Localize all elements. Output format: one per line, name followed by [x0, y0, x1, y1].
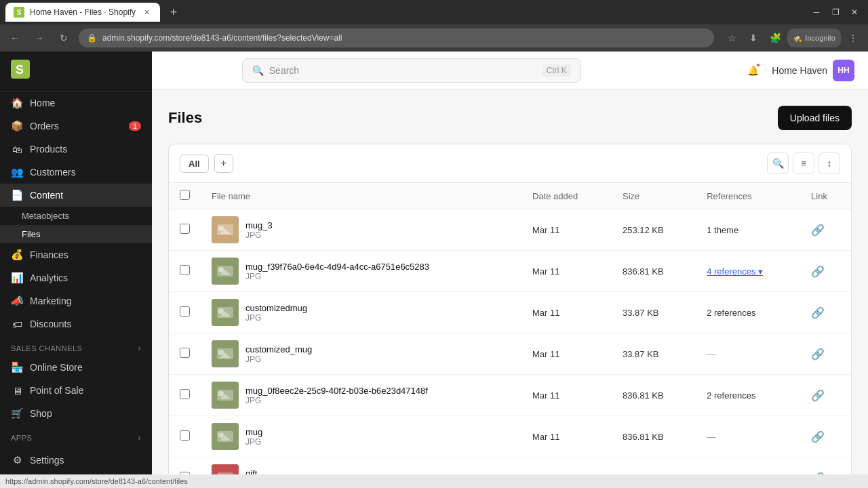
file-thumbnail [212, 464, 239, 474]
new-tab-button[interactable]: + [165, 4, 182, 20]
shop-icon: 🛒 [11, 407, 23, 420]
reload-button[interactable]: ↻ [54, 28, 73, 47]
main-content: 🔍 Search Ctrl K 🔔 Home Haven HH Files Up… [152, 52, 868, 474]
bookmark-icon[interactable]: ☆ [722, 28, 741, 47]
tab-close-button[interactable]: ✕ [141, 7, 152, 18]
row-checkbox[interactable] [180, 224, 190, 234]
file-name-cell: customized_mug JPG [201, 333, 521, 375]
sidebar-item-analytics[interactable]: 📊 Analytics [0, 266, 152, 289]
search-bar[interactable]: 🔍 Search Ctrl K [242, 58, 581, 83]
sidebar-item-discounts[interactable]: 🏷 Discounts [0, 312, 152, 336]
user-avatar: HH [833, 60, 854, 81]
sidebar-item-files[interactable]: Files [0, 225, 152, 243]
search-filter-button[interactable]: 🔍 [767, 152, 789, 174]
link-cell: 🔗 [800, 416, 851, 458]
window-controls: ─ ❐ ✕ [808, 4, 863, 20]
row-checkbox[interactable] [180, 265, 190, 275]
row-checkbox-cell [169, 251, 201, 292]
back-button[interactable]: ← [5, 28, 24, 47]
table-row: mug_0f8eec2e-25c9-40f2-b03e-b6e23d47148f… [169, 375, 851, 416]
browser-titlebar: S Home Haven - Files · Shopify ✕ + ─ ❐ ✕ [0, 0, 868, 24]
sidebar-item-settings[interactable]: ⚙ Settings [0, 446, 152, 474]
file-name: customizedmug [245, 303, 307, 313]
date-cell: Mar 11 [521, 292, 612, 333]
sidebar-item-orders[interactable]: 📦 Orders 1 [0, 115, 152, 138]
browser-tab[interactable]: S Home Haven - Files · Shopify ✕ [5, 3, 160, 22]
orders-badge: 1 [129, 121, 141, 131]
sort-button[interactable]: ↕ [818, 152, 840, 174]
user-info[interactable]: Home Haven HH [772, 60, 854, 81]
sidebar-item-finances[interactable]: 💰 Finances [0, 243, 152, 266]
maximize-button[interactable]: ❐ [827, 4, 844, 20]
row-checkbox[interactable] [180, 430, 190, 441]
date-cell: Mar 11 [521, 251, 612, 292]
file-name: gift [245, 468, 261, 475]
references-cell: 2 references [696, 375, 800, 416]
references-value: 2 references [707, 390, 755, 401]
file-details: mug_3 JPG [245, 220, 273, 240]
sidebar-item-customers[interactable]: 👥 Customers [0, 161, 152, 184]
sidebar-item-shop[interactable]: 🛒 Shop [0, 402, 152, 425]
file-thumbnail [212, 216, 239, 243]
date-header: Date added [521, 183, 612, 209]
file-thumbnail [212, 423, 239, 450]
sidebar-item-products[interactable]: 🛍 Products [0, 138, 152, 161]
search-placeholder: Search [269, 65, 299, 76]
copy-link-button[interactable]: 🔗 [811, 307, 825, 319]
apps-section: Apps › [0, 425, 152, 445]
file-details: mug_f39f76a0-6e4c-4d94-a4cc-a6751e6c5283… [245, 262, 429, 281]
add-filter-button[interactable]: + [214, 154, 233, 173]
sidebar-item-content[interactable]: 📄 Content [0, 184, 152, 207]
sidebar-item-online-store[interactable]: 🏪 Online Store [0, 356, 152, 379]
file-info: customized_mug JPG [212, 340, 511, 367]
download-icon[interactable]: ⬇ [744, 28, 763, 47]
sidebar-item-marketing[interactable]: 📣 Marketing [0, 289, 152, 312]
file-details: gift JPG [245, 468, 261, 475]
notification-dot [755, 62, 761, 68]
notification-button[interactable]: 🔔 [742, 60, 764, 81]
row-checkbox[interactable] [180, 306, 190, 317]
select-all-checkbox[interactable] [180, 190, 190, 200]
link-cell: 🔗 [800, 458, 851, 475]
svg-point-4 [218, 226, 224, 231]
toolbar-right: 🔍 ≡ ↕ [767, 152, 840, 174]
row-checkbox[interactable] [180, 389, 190, 399]
sales-channels-arrow: › [138, 344, 142, 353]
file-info: mug_f39f76a0-6e4c-4d94-a4cc-a6751e6c5283… [212, 258, 511, 285]
row-checkbox-cell [169, 292, 201, 333]
sidebar-item-metaobjects[interactable]: Metaobjects [0, 207, 152, 225]
address-bar[interactable]: 🔒 admin.shopify.com/store/de8143-a6/cont… [79, 28, 714, 47]
minimize-button[interactable]: ─ [808, 4, 825, 20]
copy-link-button[interactable]: 🔗 [811, 431, 825, 443]
row-checkbox[interactable] [180, 348, 190, 358]
tab-favicon: S [14, 7, 24, 18]
copy-link-button[interactable]: 🔗 [811, 348, 825, 360]
extension-icon[interactable]: 🧩 [766, 28, 785, 47]
file-name: mug_f39f76a0-6e4c-4d94-a4cc-a6751e6c5283 [245, 262, 429, 272]
upload-files-button[interactable]: Upload files [778, 106, 852, 130]
references-link[interactable]: 4 references ▾ [707, 266, 763, 277]
file-name: mug [245, 427, 262, 437]
tab-all[interactable]: All [180, 155, 209, 173]
marketing-icon: 📣 [11, 295, 23, 307]
copy-link-button[interactable]: 🔗 [811, 390, 825, 401]
file-name: mug_0f8eec2e-25c9-40f2-b03e-b6e23d47148f [245, 386, 428, 396]
browser-toolbar: ← → ↻ 🔒 admin.shopify.com/store/de8143-a… [0, 24, 868, 52]
online-store-icon: 🏪 [11, 361, 23, 373]
view-options-button[interactable]: ≡ [793, 152, 814, 174]
forward-button[interactable]: → [30, 28, 49, 47]
page-title: Files [168, 109, 202, 127]
table-row: gift JPG Mar 1160.34 KB1 product🔗 [169, 458, 851, 475]
content-icon: 📄 [11, 189, 23, 201]
file-type: JPG [245, 396, 428, 405]
copy-link-button[interactable]: 🔗 [811, 224, 825, 236]
status-bar: https://admin.shopify.com/store/de8143-a… [0, 474, 868, 488]
close-window-button[interactable]: ✕ [846, 4, 863, 20]
table-row: customized_mug JPG Mar 1133.87 KB—🔗 [169, 333, 851, 375]
file-name: customized_mug [245, 344, 312, 354]
sidebar-item-home[interactable]: 🏠 Home [0, 92, 152, 115]
date-cell: Mar 11 [521, 375, 612, 416]
menu-icon[interactable]: ⋮ [844, 28, 863, 47]
sidebar-item-point-of-sale[interactable]: 🖥 Point of Sale [0, 379, 152, 402]
copy-link-button[interactable]: 🔗 [811, 266, 825, 277]
